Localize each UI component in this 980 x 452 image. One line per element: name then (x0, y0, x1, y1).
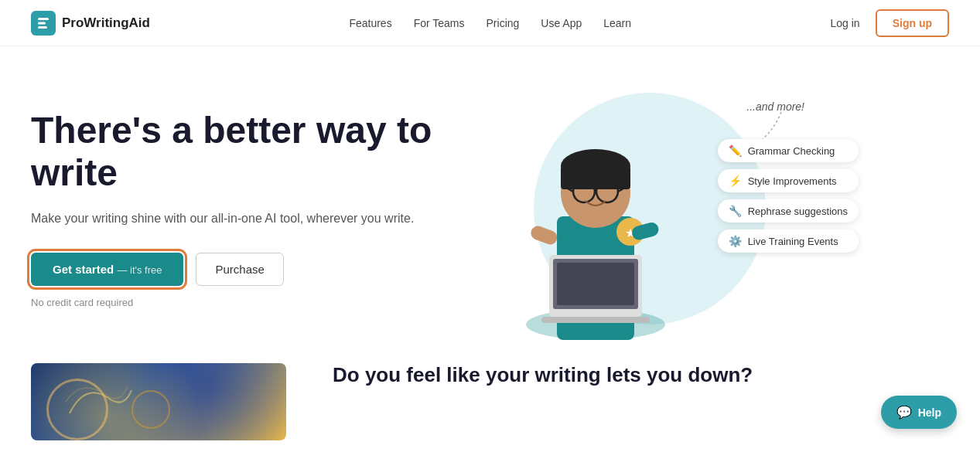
starry-night-image (31, 363, 286, 440)
purchase-button[interactable]: Purchase (196, 253, 283, 286)
logo-icon (31, 11, 56, 36)
hero-section: There's a better way to write Make your … (0, 46, 980, 340)
logo-link[interactable]: ProWritingAid (31, 11, 150, 36)
signup-button[interactable]: Sign up (876, 9, 949, 37)
help-button[interactable]: 💬 Help (881, 396, 957, 429)
training-icon: ⚙️ (729, 235, 742, 247)
login-link[interactable]: Log in (831, 17, 860, 29)
get-started-button[interactable]: Get started — it's free (31, 253, 183, 286)
hero-left: There's a better way to write Make your … (31, 109, 433, 308)
hero-buttons: Get started — it's free Purchase (31, 253, 433, 286)
bottom-title: Do you feel like your writing lets you d… (333, 363, 949, 387)
navbar: ProWritingAid Features For Teams Pricing… (0, 0, 980, 46)
nav-for-teams[interactable]: For Teams (414, 17, 465, 29)
brand-name: ProWritingAid (62, 15, 150, 31)
svg-rect-7 (561, 166, 630, 189)
feature-badges: ✏️ Grammar Checking ⚡ Style Improvements… (718, 139, 859, 253)
grammar-icon: ✏️ (729, 144, 742, 157)
rephrase-icon: 🔧 (729, 205, 742, 217)
bottom-right: Do you feel like your writing lets you d… (333, 363, 949, 387)
chat-icon: 💬 (896, 405, 912, 420)
nav-features[interactable]: Features (349, 17, 391, 29)
svg-rect-15 (541, 317, 650, 323)
svg-rect-19 (529, 224, 559, 246)
svg-rect-0 (38, 18, 49, 20)
person-illustration: ★ (510, 100, 681, 340)
nav-pricing[interactable]: Pricing (487, 17, 520, 29)
style-icon: ⚡ (729, 175, 742, 187)
free-label: — it's free (117, 264, 162, 276)
svg-rect-16 (557, 263, 634, 305)
bottom-section: Do you feel like your writing lets you d… (0, 340, 980, 440)
hero-title: There's a better way to write (31, 109, 433, 194)
no-credit-text: No credit card required (31, 297, 433, 308)
nav-right: Log in Sign up (831, 9, 949, 37)
badge-training: ⚙️ Live Training Events (718, 229, 859, 253)
badge-style: ⚡ Style Improvements (718, 169, 859, 192)
nav-learn[interactable]: Learn (603, 17, 631, 29)
swirl-svg (62, 375, 139, 429)
svg-rect-1 (38, 22, 46, 24)
badge-rephrase: 🔧 Rephrase suggestions (718, 199, 859, 223)
nav-links: Features For Teams Pricing Use App Learn (349, 16, 631, 30)
badge-grammar: ✏️ Grammar Checking (718, 139, 859, 162)
hero-subtitle: Make your writing shine with our all-in-… (31, 209, 433, 228)
hero-illustration: ...and more! (433, 77, 866, 340)
svg-rect-2 (38, 26, 47, 29)
nav-use-app[interactable]: Use App (541, 17, 582, 29)
help-label: Help (918, 406, 941, 419)
